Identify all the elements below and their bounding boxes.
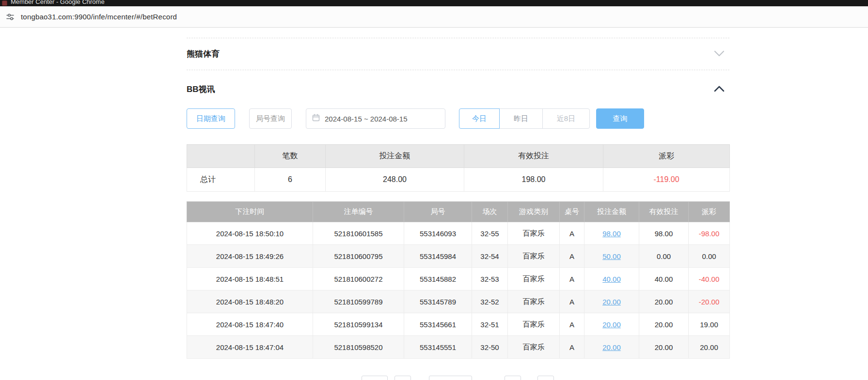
- pagination-page-size-select[interactable]: [429, 376, 472, 380]
- game-type-cell: 百家乐: [508, 290, 560, 313]
- table-no-cell: A: [560, 268, 584, 290]
- payout-cell: -98.00: [689, 222, 730, 245]
- last-8-days-button[interactable]: 近8日: [542, 108, 590, 129]
- summary-header-empty: [187, 145, 255, 168]
- browser-url-bar[interactable]: tongbao31.com:9900/infe/mcenter/#/betRec…: [0, 6, 868, 28]
- url-text[interactable]: tongbao31.com:9900/infe/mcenter/#/betRec…: [21, 13, 177, 21]
- date-range-value: 2024-08-15 ~ 2024-08-15: [325, 115, 408, 123]
- payout-cell: 0.00: [689, 245, 730, 268]
- summary-header-count: 笔数: [255, 145, 326, 168]
- session-cell: 32-52: [472, 290, 508, 313]
- detail-header-bet-amount: 投注金额: [584, 202, 639, 222]
- detail-header-table-no: 桌号: [560, 202, 584, 222]
- valid-bet-cell: 0.00: [639, 245, 689, 268]
- detail-header-order-no: 注单编号: [313, 202, 404, 222]
- order-no-cell: 521810599134: [313, 313, 404, 336]
- detail-header-game-type: 游戏类别: [508, 202, 560, 222]
- pagination-button[interactable]: [505, 376, 521, 380]
- game-type-cell: 百家乐: [508, 313, 560, 336]
- search-button[interactable]: 查询: [596, 108, 644, 129]
- bet-amount-link[interactable]: 20.00: [584, 313, 639, 336]
- bet-time-cell: 2024-08-15 18:47:04: [187, 336, 313, 359]
- session-cell: 32-53: [472, 268, 508, 290]
- round-no-cell: 553145551: [404, 336, 472, 359]
- table-no-cell: A: [560, 222, 584, 245]
- bet-time-cell: 2024-08-15 18:48:20: [187, 290, 313, 313]
- quick-date-button-group: 今日 昨日 近8日: [459, 108, 590, 129]
- order-no-cell: 521810598520: [313, 336, 404, 359]
- summary-valid-bet-value: 198.00: [464, 168, 603, 192]
- valid-bet-cell: 20.00: [639, 290, 689, 313]
- bet-amount-link[interactable]: 98.00: [584, 222, 639, 245]
- summary-table: 笔数 投注金额 有效投注 派彩 总计 6 248.00 198.00 -119.…: [187, 144, 730, 192]
- table-no-cell: A: [560, 313, 584, 336]
- chevron-down-icon[interactable]: [714, 50, 725, 59]
- detail-header-valid-bet: 有效投注: [639, 202, 689, 222]
- valid-bet-cell: 20.00: [639, 313, 689, 336]
- pagination-button[interactable]: [362, 376, 388, 380]
- table-no-cell: A: [560, 336, 584, 359]
- window-icon: [2, 0, 7, 6]
- payout-cell: -20.00: [689, 290, 730, 313]
- section-title-bb: BB视讯: [187, 84, 215, 95]
- calendar-icon: [312, 114, 320, 123]
- session-cell: 32-55: [472, 222, 508, 245]
- order-no-cell: 521810599789: [313, 290, 404, 313]
- summary-bet-amount-value: 248.00: [326, 168, 464, 192]
- session-cell: 32-54: [472, 245, 508, 268]
- window-title: Member Center - Google Chrome: [11, 0, 105, 6]
- table-row: 2024-08-15 18:50:10 521810601585 5531460…: [187, 222, 730, 245]
- pagination-button[interactable]: [395, 376, 411, 380]
- section-title-panda: 熊猫体育: [187, 48, 220, 60]
- bet-detail-table: 下注时间 注单编号 局号 场次 游戏类别 桌号 投注金额 有效投注 派彩 202…: [187, 201, 730, 359]
- valid-bet-cell: 40.00: [639, 268, 689, 290]
- round-query-tab-button[interactable]: 局号查询: [249, 108, 292, 129]
- order-no-cell: 521810600272: [313, 268, 404, 290]
- table-row: 2024-08-15 18:49:26 521810600795 5531459…: [187, 245, 730, 268]
- section-panda-sports[interactable]: 熊猫体育: [187, 38, 729, 70]
- payout-cell: 20.00: [689, 336, 730, 359]
- game-type-cell: 百家乐: [508, 336, 560, 359]
- round-no-cell: 553145661: [404, 313, 472, 336]
- summary-payout-value: -119.00: [603, 168, 730, 192]
- detail-header-session: 场次: [472, 202, 508, 222]
- valid-bet-cell: 98.00: [639, 222, 689, 245]
- summary-header-payout: 派彩: [603, 145, 730, 168]
- game-type-cell: 百家乐: [508, 268, 560, 290]
- bet-time-cell: 2024-08-15 18:48:51: [187, 268, 313, 290]
- summary-total-row: 总计 6 248.00 198.00 -119.00: [187, 168, 730, 192]
- filter-toolbar: 日期查询 局号查询 2024-08-15 ~ 2024-08-15 今日 昨日 …: [187, 108, 729, 129]
- valid-bet-cell: 20.00: [639, 336, 689, 359]
- bet-amount-link[interactable]: 40.00: [584, 268, 639, 290]
- bet-amount-link[interactable]: 50.00: [584, 245, 639, 268]
- bet-time-cell: 2024-08-15 18:49:26: [187, 245, 313, 268]
- bet-amount-link[interactable]: 20.00: [584, 290, 639, 313]
- pagination-button[interactable]: [537, 376, 554, 380]
- yesterday-button[interactable]: 昨日: [499, 108, 543, 129]
- detail-header-round-no: 局号: [404, 202, 472, 222]
- detail-header-payout: 派彩: [689, 202, 730, 222]
- section-bb-video[interactable]: BB视讯: [187, 70, 729, 108]
- today-button[interactable]: 今日: [459, 108, 500, 129]
- window-titlebar: Member Center - Google Chrome: [0, 0, 868, 6]
- date-range-input[interactable]: 2024-08-15 ~ 2024-08-15: [306, 108, 445, 129]
- bet-amount-link[interactable]: 20.00: [584, 336, 639, 359]
- game-type-cell: 百家乐: [508, 222, 560, 245]
- pagination: [187, 376, 729, 380]
- site-settings-icon[interactable]: [6, 13, 15, 21]
- detail-header-row: 下注时间 注单编号 局号 场次 游戏类别 桌号 投注金额 有效投注 派彩: [187, 202, 730, 222]
- summary-header-valid-bet: 有效投注: [464, 145, 603, 168]
- date-query-tab-button[interactable]: 日期查询: [187, 108, 235, 129]
- table-row: 2024-08-15 18:48:20 521810599789 5531457…: [187, 290, 730, 313]
- table-no-cell: A: [560, 290, 584, 313]
- chevron-up-icon[interactable]: [714, 85, 725, 94]
- payout-cell: 19.00: [689, 313, 730, 336]
- round-no-cell: 553146093: [404, 222, 472, 245]
- bet-record-panel: 熊猫体育 BB视讯 日期查询 局号查询: [187, 38, 729, 380]
- page-content: 熊猫体育 BB视讯 日期查询 局号查询: [0, 38, 868, 380]
- summary-header-row: 笔数 投注金额 有效投注 派彩: [187, 145, 730, 168]
- bet-time-cell: 2024-08-15 18:50:10: [187, 222, 313, 245]
- detail-header-bet-time: 下注时间: [187, 202, 313, 222]
- table-row: 2024-08-15 18:47:40 521810599134 5531456…: [187, 313, 730, 336]
- order-no-cell: 521810600795: [313, 245, 404, 268]
